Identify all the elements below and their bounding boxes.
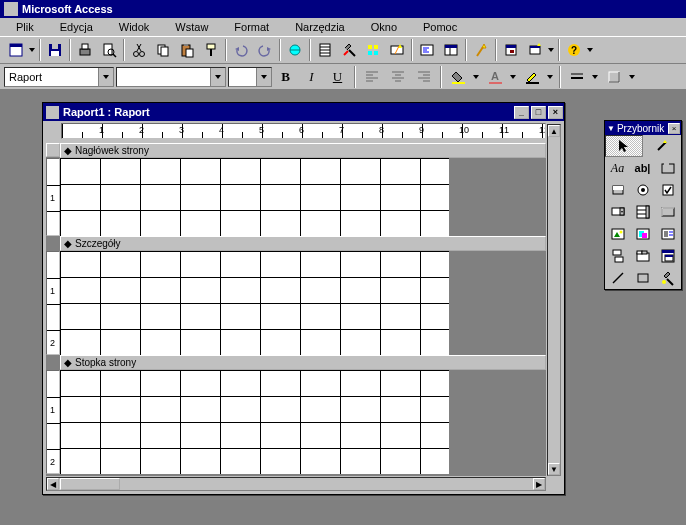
font-color-button: A: [483, 66, 506, 88]
font-color-dropdown[interactable]: [509, 75, 517, 79]
tool-unbound-frame[interactable]: [630, 223, 655, 245]
maximize-button[interactable]: □: [531, 106, 546, 119]
code-button[interactable]: [415, 39, 438, 61]
vertical-ruler-header[interactable]: 1: [46, 158, 60, 236]
collapse-icon: ◆: [64, 145, 72, 156]
minimize-button[interactable]: _: [514, 106, 529, 119]
sorting-grouping-button[interactable]: [361, 39, 384, 61]
grid-page-header[interactable]: [60, 158, 449, 236]
tool-subform[interactable]: [655, 245, 680, 267]
properties-button[interactable]: [439, 39, 462, 61]
fill-color-button[interactable]: [446, 66, 469, 88]
tool-page-break[interactable]: [605, 245, 630, 267]
menu-edycja[interactable]: Edycja: [48, 19, 105, 35]
new-object-dropdown[interactable]: [547, 48, 555, 52]
tool-pointer[interactable]: [605, 135, 643, 157]
field-list-button[interactable]: [313, 39, 336, 61]
menu-plik[interactable]: Plik: [4, 19, 46, 35]
toolbox-close-button[interactable]: ×: [668, 123, 680, 134]
special-effect-dropdown[interactable]: [628, 75, 636, 79]
svg-rect-48: [510, 50, 514, 53]
svg-marker-77: [663, 140, 667, 143]
grid-page-footer[interactable]: [60, 370, 449, 474]
vertical-ruler-detail[interactable]: 1 2: [46, 251, 60, 355]
view-dropdown[interactable]: [28, 48, 36, 52]
menu-widok[interactable]: Widok: [107, 19, 162, 35]
toolbox-palette[interactable]: ▼ Przybornik × Aa ab|: [604, 120, 682, 290]
tool-option-button[interactable]: [630, 179, 655, 201]
tool-image[interactable]: [605, 223, 630, 245]
svg-rect-47: [506, 45, 516, 48]
menu-narzedzia[interactable]: Narzędzia: [283, 19, 357, 35]
close-button[interactable]: ×: [548, 106, 563, 119]
tool-checkbox[interactable]: [655, 179, 680, 201]
report-design-surface[interactable]: ◆ Nagłówek strony 1 ◆ Szczegóły 1 2: [46, 143, 546, 476]
scroll-thumb[interactable]: [60, 478, 120, 490]
special-effect-button[interactable]: [602, 66, 625, 88]
menu-pomoc[interactable]: Pomoc: [411, 19, 469, 35]
menu-okno[interactable]: Okno: [359, 19, 409, 35]
tool-command-button[interactable]: [655, 201, 680, 223]
tool-line[interactable]: [605, 267, 630, 289]
font-combo[interactable]: [116, 67, 226, 87]
tool-option-group[interactable]: [655, 157, 680, 179]
collapse-icon: ▼: [607, 124, 615, 133]
line-color-button[interactable]: [520, 66, 543, 88]
database-window-button[interactable]: [499, 39, 522, 61]
copy-button[interactable]: [151, 39, 174, 61]
tool-bound-frame[interactable]: [655, 223, 680, 245]
print-button[interactable]: [73, 39, 96, 61]
ruler-corner[interactable]: [46, 143, 60, 157]
font-size-combo[interactable]: [228, 67, 272, 87]
child-title-bar[interactable]: Raport1 : Raport _ □ ×: [43, 103, 564, 121]
line-color-dropdown[interactable]: [546, 75, 554, 79]
section-page-header-bar[interactable]: ◆ Nagłówek strony: [60, 143, 546, 158]
svg-rect-84: [663, 185, 673, 195]
section-page-footer-bar[interactable]: ◆ Stopka strony: [60, 355, 546, 370]
svg-point-97: [619, 231, 622, 234]
tool-rectangle[interactable]: [630, 267, 655, 289]
section-detail-bar[interactable]: ◆ Szczegóły: [60, 236, 546, 251]
align-right-button: [412, 66, 435, 88]
horizontal-scrollbar[interactable]: ◀ ▶: [46, 477, 546, 491]
help-dropdown[interactable]: [586, 48, 594, 52]
tool-textbox[interactable]: ab|: [630, 157, 655, 179]
paste-button[interactable]: [175, 39, 198, 61]
menu-wstaw[interactable]: Wstaw: [163, 19, 220, 35]
svg-rect-18: [186, 49, 193, 57]
build-button[interactable]: [469, 39, 492, 61]
tool-label[interactable]: Aa: [605, 157, 630, 179]
save-button[interactable]: [43, 39, 66, 61]
tool-tab-control[interactable]: [630, 245, 655, 267]
view-button[interactable]: [4, 39, 27, 61]
help-button[interactable]: ?: [562, 39, 585, 61]
format-painter-button[interactable]: [199, 39, 222, 61]
print-preview-button[interactable]: [97, 39, 120, 61]
fill-color-dropdown[interactable]: [472, 75, 480, 79]
app-title: Microsoft Access: [22, 3, 113, 15]
tool-more-controls[interactable]: [655, 267, 680, 289]
new-object-button[interactable]: [523, 39, 546, 61]
autoformat-button[interactable]: [385, 39, 408, 61]
svg-rect-92: [662, 208, 674, 216]
line-width-dropdown[interactable]: [591, 75, 599, 79]
tool-list-box[interactable]: [630, 201, 655, 223]
svg-marker-22: [267, 47, 271, 51]
vertical-ruler-footer[interactable]: 1 2: [46, 370, 60, 474]
underline-button: U: [326, 66, 349, 88]
tool-wizard[interactable]: [643, 135, 681, 157]
toolbox-title-bar[interactable]: ▼ Przybornik ×: [605, 121, 681, 135]
svg-rect-19: [207, 44, 215, 49]
svg-rect-79: [664, 162, 669, 166]
line-width-button[interactable]: [565, 66, 588, 88]
menu-format[interactable]: Format: [222, 19, 281, 35]
object-combo[interactable]: Raport: [4, 67, 114, 87]
hyperlink-button[interactable]: [283, 39, 306, 61]
vertical-scrollbar[interactable]: ▲ ▼: [547, 124, 561, 476]
tool-combo-box[interactable]: [605, 201, 630, 223]
horizontal-ruler[interactable]: 123456789101112: [61, 123, 546, 139]
grid-detail[interactable]: [60, 251, 449, 355]
tool-toggle-button[interactable]: [605, 179, 630, 201]
toolbox-button[interactable]: [337, 39, 360, 61]
cut-button[interactable]: [127, 39, 150, 61]
